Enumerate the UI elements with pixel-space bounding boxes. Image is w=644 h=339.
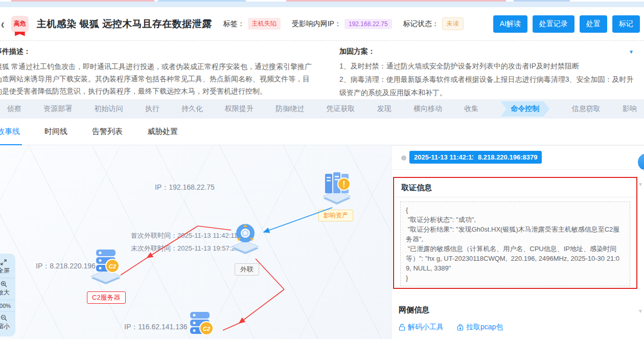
event-description-title: 事件描述： bbox=[0, 41, 317, 56]
zoom-out-icon bbox=[1, 314, 7, 321]
severity-label: 高危 bbox=[14, 19, 26, 28]
network-collapse-caret-icon[interactable]: ▼ bbox=[638, 308, 643, 314]
c2-server-icon[interactable]: C2 bbox=[88, 247, 124, 286]
forensics-json-content: { "取证分析状态": "成功", "取证分析结果": "发现Gh0st.HX(… bbox=[400, 201, 630, 286]
fullscreen-label: 全屏 bbox=[0, 266, 10, 275]
header-actions: AI解读 处置记录 处置 标记 bbox=[493, 15, 640, 33]
stage-resource[interactable]: 资源部署 bbox=[43, 104, 72, 114]
mark-button[interactable]: 标记 bbox=[612, 15, 640, 33]
c2b-ip-text: IP：116.62.141.136 bbox=[124, 323, 188, 332]
zoom-in-icon bbox=[1, 281, 7, 287]
hardening-line-2: 2、病毒清理：使用最新版杀毒软件或者根据设备上报日志进行病毒清理3、安全加固：及… bbox=[339, 73, 634, 99]
disposal-record-button[interactable]: 处置记录 bbox=[533, 15, 574, 33]
stage-credential-access[interactable]: 凭证获取 bbox=[327, 104, 355, 114]
stage-execution[interactable]: 执行 bbox=[145, 104, 159, 114]
event-description: 事件描述： 银狐 常通过社工钓鱼攻击，即时通讯工具进行投递，或者伪装成正常程序安… bbox=[0, 41, 317, 97]
tag-badge: 主机失陷 bbox=[248, 18, 281, 30]
tab-timeline[interactable]: 时间线 bbox=[42, 119, 70, 145]
severity-badge: 高危 bbox=[11, 16, 29, 32]
stage-privilege-escalation[interactable]: 权限提升 bbox=[225, 104, 254, 114]
forensics-title: 取证信息 bbox=[401, 183, 432, 192]
decode-tool-link[interactable]: 解码小工具 bbox=[399, 323, 444, 332]
stage-recon[interactable]: 侦察 bbox=[7, 104, 21, 114]
stage-initial-access[interactable]: 初始访问 bbox=[94, 104, 123, 114]
pull-pcap-icon bbox=[457, 324, 464, 331]
back-button[interactable]: ‹ bbox=[1, 17, 5, 31]
mark-status-badge: 未读 bbox=[442, 17, 464, 30]
stage-defense-evasion[interactable]: 防御绕过 bbox=[275, 104, 304, 114]
fullscreen-control[interactable]: 全屏 bbox=[0, 257, 15, 278]
tag-label: 标签： bbox=[223, 19, 245, 29]
floating-action-button[interactable] bbox=[638, 153, 644, 171]
timeline-dot bbox=[401, 155, 406, 161]
event-title: 主机感染 银狐 远控木马且存在数据泄露 bbox=[37, 17, 212, 31]
zoom-out-control[interactable]: 缩小 bbox=[0, 311, 15, 333]
tab-alert-list[interactable]: 告警列表 bbox=[90, 119, 125, 145]
forensics-collapse-caret-icon[interactable]: ▼ bbox=[638, 182, 643, 187]
zoom-percent: 100% bbox=[0, 300, 15, 311]
ai-interpret-button[interactable]: AI解读 bbox=[493, 15, 527, 33]
tab-storyline[interactable]: 故事线 bbox=[0, 119, 22, 145]
dispose-button[interactable]: 处置 bbox=[580, 15, 607, 33]
zoom-percent-value: 100% bbox=[0, 303, 11, 309]
main-content: IP：192.168.22.75 首次外联时间：2025-11-13 11:42… bbox=[0, 145, 644, 339]
hardening-plan: 加固方案： 1、及时封禁：通过防火墙或安全防护设备对列表中的攻击者IP及时封禁阻… bbox=[339, 41, 644, 99]
canvas-zoom-toolbar: 全屏 放大 100% bbox=[0, 254, 15, 336]
summary-section: 事件描述： 银狐 常通过社工钓鱼攻击，即时通讯工具进行投递，或者伪装成正常程序安… bbox=[0, 41, 644, 99]
outbound-node-label: 外联 bbox=[235, 263, 259, 276]
event-description-body: 银狐 常通过社工钓鱼攻击，即时通讯工具进行投递，或者伪装成正常程序安装包，通过搜… bbox=[0, 60, 315, 97]
zoom-out-label: 缩小 bbox=[0, 322, 10, 331]
svg-text:!: ! bbox=[342, 180, 345, 189]
collapse-caret-icon[interactable]: ▼ bbox=[629, 49, 634, 55]
divider bbox=[392, 169, 644, 170]
stage-lateral-movement[interactable]: 横向移动 bbox=[413, 104, 442, 114]
c2-server-2-icon[interactable]: C2 bbox=[182, 310, 218, 339]
forensics-section-highlighted: 取证信息 { "取证分析状态": "成功", "取证分析结果": "发现Gh0s… bbox=[393, 177, 637, 289]
view-tabs: 故事线 时间线 告警列表 威胁处置 bbox=[0, 119, 644, 145]
decode-tool-label: 解码小工具 bbox=[408, 323, 444, 332]
first-outbound-time: 首次外联时间：2025-11-13 11:42:11 bbox=[131, 231, 238, 240]
stage-discovery[interactable]: 发现 bbox=[377, 104, 392, 114]
event-detail-panel: 2025-11-13 11:42:11 8.218.220.196:8379 取… bbox=[391, 145, 644, 339]
network-tools: 解码小工具 拉取pcap包 bbox=[399, 323, 503, 332]
mark-status-label: 标记状态： bbox=[403, 19, 439, 29]
hardening-line-1: 1、及时封禁：通过防火墙或安全防护设备对列表中的攻击者IP及时封禁阻断 bbox=[339, 59, 634, 73]
stage-impact[interactable]: 影响 bbox=[623, 104, 637, 114]
affected-asset-icon[interactable]: ! bbox=[320, 170, 354, 208]
c2-server-label: C2服务器 bbox=[87, 291, 126, 304]
zoom-in-control[interactable]: 放大 bbox=[0, 278, 15, 300]
last-outbound-time: 末次外联时间：2025-11-13 19:57:25 bbox=[131, 244, 239, 253]
unlock-icon bbox=[399, 324, 405, 331]
outbound-node-icon[interactable] bbox=[230, 221, 261, 257]
c2-address-badge[interactable]: 8.218.220.196:8379 bbox=[473, 151, 542, 164]
threat-event-page: ‹ 高危 主机感染 银狐 远控木马且存在数据泄露 标签： 主机失陷 受影响内网I… bbox=[0, 0, 644, 339]
hardening-plan-title: 加固方案： bbox=[339, 41, 644, 56]
asset-ip-text: IP：192.168.22.75 bbox=[155, 183, 215, 192]
ribbon-icon bbox=[15, 32, 25, 36]
svg-text:C2: C2 bbox=[203, 326, 210, 332]
affected-asset-label: 影响资产 bbox=[318, 210, 353, 221]
svg-text:C2: C2 bbox=[109, 263, 116, 269]
stage-command-control-active[interactable]: 命令控制 bbox=[500, 101, 549, 117]
c2-ip-text: IP：8.218.220.196 bbox=[36, 262, 96, 271]
stage-persistence[interactable]: 持久化 bbox=[181, 104, 203, 114]
affected-ip-label: 受影响内网IP： bbox=[292, 19, 341, 29]
fullscreen-icon bbox=[1, 259, 7, 265]
killchain-bar: 侦察 资源部署 初始访问 执行 持久化 权限提升 防御绕过 凭证获取 发现 横向… bbox=[0, 99, 644, 119]
attack-topology-canvas[interactable]: IP：192.168.22.75 首次外联时间：2025-11-13 11:42… bbox=[0, 145, 391, 339]
browser-toolbar-remnant bbox=[0, 2, 644, 7]
network-info-title: 网侧信息 bbox=[399, 305, 429, 315]
pull-pcap-link[interactable]: 拉取pcap包 bbox=[457, 323, 503, 332]
stage-collection[interactable]: 收集 bbox=[464, 104, 478, 114]
stage-exfiltration[interactable]: 信息窃取 bbox=[572, 104, 601, 114]
pull-pcap-label: 拉取pcap包 bbox=[466, 323, 503, 332]
event-time-badge[interactable]: 2025-11-13 11:42:11 bbox=[409, 151, 480, 164]
zoom-in-label: 放大 bbox=[0, 288, 10, 297]
affected-ip-badge: 192.168.22.75 bbox=[344, 19, 392, 29]
tab-threat-disposal[interactable]: 威胁处置 bbox=[145, 119, 180, 145]
event-header: ‹ 高危 主机感染 银狐 远控木马且存在数据泄露 标签： 主机失陷 受影响内网I… bbox=[0, 7, 644, 41]
